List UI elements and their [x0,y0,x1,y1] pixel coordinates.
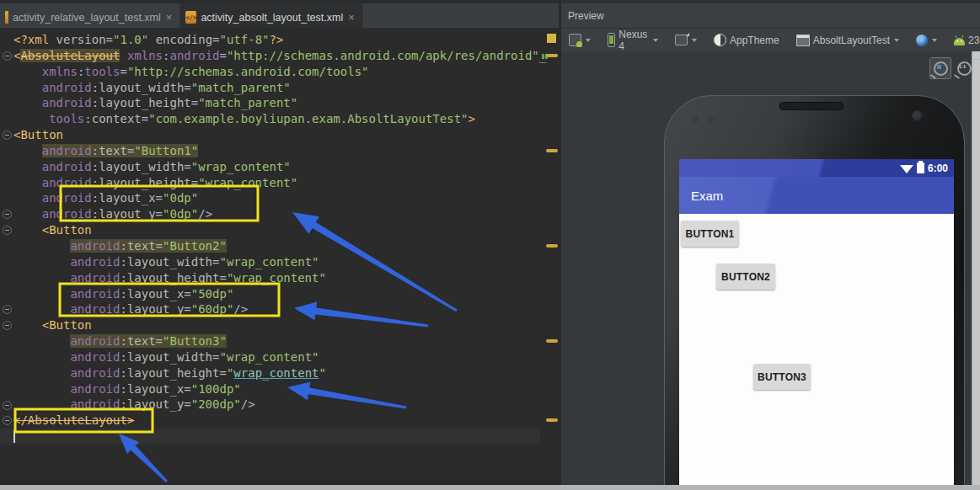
preview-button[interactable]: BUTTON1 [681,221,739,247]
code-line[interactable]: android:layout_x="0dp" [13,190,546,206]
orientation-selector[interactable] [672,33,699,47]
close-icon[interactable]: × [165,12,174,23]
locale-selector[interactable] [913,33,940,48]
code-line[interactable]: </AbsoluteLayout> [13,413,546,429]
code-line[interactable]: android:layout_height="wrap_content" [13,365,546,381]
code-line[interactable]: <Button [13,317,546,333]
code-line[interactable]: android:layout_width="wrap_content" [13,159,546,175]
device-selector[interactable]: Nexus 4 [605,27,661,54]
fold-marker[interactable] [3,401,12,410]
code-token: tools [49,112,84,125]
code-token: context [92,112,142,125]
file-status-indicator[interactable] [547,34,556,43]
code-token: = [191,176,198,189]
preview-button[interactable]: BUTTON3 [753,364,811,390]
activity-selector[interactable]: AbsoltLayoutTest [794,33,902,48]
preview-toolbar: Nexus 4 AppTheme AbsoltLayoutTest [561,29,980,52]
code-line[interactable]: <Button [13,222,546,238]
preview-panel-header[interactable]: Preview [561,0,980,29]
code-token: text [127,334,156,348]
code-line[interactable]: <?xml version="1.0" encoding="utf-8"?> [13,32,546,48]
code-token [13,382,70,396]
code-token: "Button3" [163,334,227,348]
code-token: : [92,160,99,173]
code-line[interactable]: android:layout_height="match_parent" [13,95,546,111]
code-line[interactable]: android:layout_x="100dp" [13,381,546,397]
code-token [13,271,70,285]
code-token: : [120,302,126,316]
code-token: = [219,366,226,380]
code-line[interactable]: android:layout_x="50dp" [13,286,546,302]
phone-sensor-dot [708,116,714,122]
code-line[interactable]: android:text="Button3" [13,333,546,349]
code-editor[interactable]: <?xml version="1.0" encoding="utf-8"?><A… [0,28,559,486]
code-token: > [127,413,134,427]
code-token: encoding [156,33,212,46]
code-token: : [120,239,126,253]
code-line[interactable]: android:text="Button2" [13,238,546,254]
code-token [13,223,42,237]
code-token: = [156,191,163,205]
warning-stripe-mark[interactable] [546,54,558,57]
code-token: <Button [42,223,92,237]
code-token: "1.0" [113,33,148,46]
fold-marker[interactable] [3,130,12,140]
code-token: = [191,96,198,109]
inspection-ok-mark [542,54,544,59]
zoom-to-fit-button[interactable] [929,57,951,79]
code-token: layout_height [99,176,191,189]
code-token [13,112,49,125]
code-token: /> [198,207,212,221]
code-token: : [120,397,126,411]
fold-marker[interactable] [3,305,12,314]
fold-marker[interactable] [3,51,12,61]
code-token: ?> [270,33,284,46]
code-line[interactable]: android:layout_y="200dp"/> [13,397,546,413]
code-line[interactable]: android:layout_y="0dp"/> [13,206,546,222]
code-line[interactable]: <Button [13,127,546,143]
code-token: layout_x [127,287,184,301]
preview-button[interactable]: BUTTON2 [716,264,775,290]
theme-selector[interactable]: AppTheme [711,32,782,48]
code-line[interactable]: android:layout_width="wrap_content" [13,349,546,365]
code-line[interactable] [13,429,546,445]
fold-marker[interactable] [3,210,12,219]
layout-variant-selector[interactable] [566,32,593,48]
code-token: " [319,366,326,380]
preview-panel: Preview Nexus 4 AppTheme [560,0,980,490]
warning-stripe-mark[interactable] [546,418,558,422]
code-token: : [120,271,126,285]
code-token: <?xml [13,33,56,46]
code-token: /> [241,397,255,411]
code-token: "match_parent" [191,81,291,94]
warning-stripe-mark[interactable] [546,149,558,152]
code-token: xmlns [127,49,163,62]
code-token: layout_x [127,382,184,396]
code-token: layout_y [99,207,155,221]
code-line[interactable]: <AbsoluteLayout xmlns:android="http://sc… [13,48,546,64]
preview-canvas: 1:1 6:00 Exam [561,51,980,490]
api-level-selector[interactable]: 23 [951,33,980,48]
code-line[interactable]: android:text="Button1" [13,143,546,159]
code-line[interactable]: tools:context="com.example.boyliupan.exa… [13,111,546,127]
code-token [13,81,42,94]
code-line[interactable]: android:layout_width="match_parent" [13,80,546,96]
code-token: "wrap_content" [198,176,297,189]
code-token [13,350,70,364]
fold-marker[interactable] [3,321,12,330]
fold-marker[interactable] [3,416,12,425]
code-line[interactable]: android:layout_width="wrap_content" [13,254,546,270]
close-icon[interactable]: × [347,12,356,23]
code-token: android [42,191,92,205]
warning-stripe-mark[interactable] [546,244,558,248]
fold-marker[interactable] [3,226,12,235]
warning-stripe-mark[interactable] [546,339,558,343]
code-line[interactable]: android:layout_y="60dp"/> [13,301,546,317]
code-line[interactable]: android:layout_height="wrap_content" [13,270,546,286]
phone-sensor-dot [693,116,699,122]
code-token: = [219,271,226,285]
preview-scrollbar[interactable] [972,51,980,490]
code-line[interactable]: xmlns:tools="http://schemas.android.com/… [13,64,546,80]
code-line[interactable]: android:layout_height="wrap_content" [13,175,546,191]
code-token [13,191,42,205]
